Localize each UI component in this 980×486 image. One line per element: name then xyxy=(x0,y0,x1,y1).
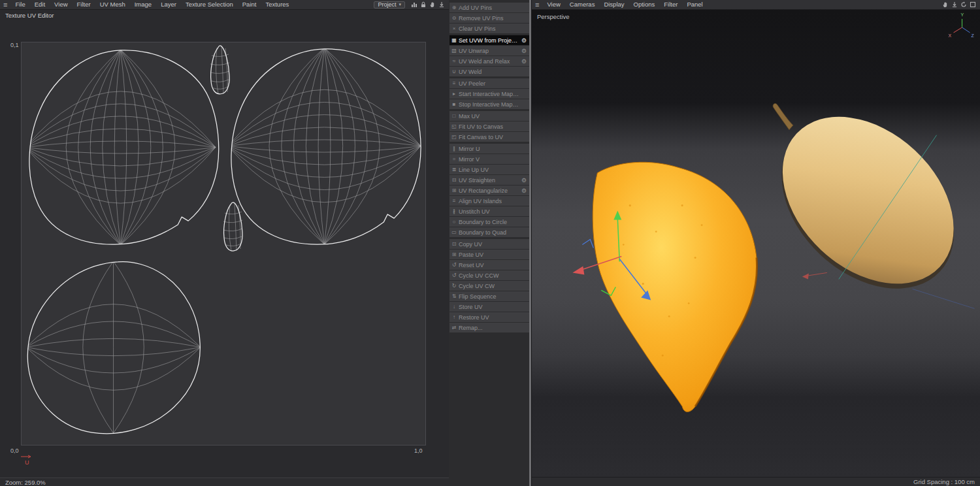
uv-command-label: UV Straighten xyxy=(459,177,520,184)
uv-command-remove-uv-pins[interactable]: ⊖ Remove UV Pins ⚙ xyxy=(449,13,529,23)
menu-texture-selection[interactable]: Texture Selection xyxy=(181,0,238,9)
peeler-icon: ≡ xyxy=(449,80,459,86)
gear-icon[interactable]: ⚙ xyxy=(520,37,529,44)
uv-command-label: Cycle UV CW xyxy=(459,283,520,289)
uv-island-left-outline[interactable] xyxy=(29,50,219,244)
uv-command-reset-uv[interactable]: ↺ Reset UV ⚙ xyxy=(449,260,529,270)
uv-command-flip-sequence[interactable]: ⇅ Flip Sequence ⚙ xyxy=(449,291,529,301)
uv-command-uv-straighten[interactable]: ⊟ UV Straighten ⚙ xyxy=(449,175,529,185)
uv-command-remap[interactable]: ⇄ Remap... ⚙ xyxy=(449,323,529,332)
uv-command-uv-weld[interactable]: ∪ UV Weld ⚙ xyxy=(449,67,529,76)
frame-icon[interactable] xyxy=(968,0,977,9)
menu-view[interactable]: View xyxy=(542,0,564,9)
uv-command-mirror-u[interactable]: ∥ Mirror U ⚙ xyxy=(449,144,529,154)
gear-icon[interactable]: ⚙ xyxy=(520,48,529,54)
menu-textures[interactable]: Textures xyxy=(261,0,293,9)
uv-command-max-uv[interactable]: □ Max UV ⚙ xyxy=(449,111,529,121)
download-icon[interactable] xyxy=(950,0,959,9)
uv-command-paste-uv[interactable]: ⊞ Paste UV ⚙ xyxy=(449,250,529,259)
boundary-circle-icon: ○ xyxy=(449,219,459,225)
uv-command-unstitch-uv[interactable]: ∦ Unstitch UV ⚙ xyxy=(449,206,529,216)
orientation-gizmo[interactable]: Y X Z xyxy=(949,12,975,38)
uv-command-uv-weld-and-relax[interactable]: ≈ UV Weld and Relax ⚙ xyxy=(449,56,529,66)
uv-command-copy-uv[interactable]: ⊡ Copy UV ⚙ xyxy=(449,239,529,249)
uv-island-stem-bottom-grid xyxy=(223,203,242,251)
viewport-camera-label[interactable]: Perspective xyxy=(537,13,570,20)
uv-command-boundary-to-circle[interactable]: ○ Boundary to Circle ⚙ xyxy=(449,217,529,227)
project-dropdown[interactable]: Project ▾ xyxy=(374,1,405,8)
whole-mango[interactable] xyxy=(747,84,980,322)
uv-editor-panel: ≡ File Edit View Filter UV Mesh Image La… xyxy=(0,0,449,486)
cut-mango[interactable] xyxy=(593,162,757,412)
menu-paint[interactable]: Paint xyxy=(238,0,261,9)
uv-command-clear-uv-pins[interactable]: × Clear UV Pins ⚙ xyxy=(449,24,529,33)
hand-icon[interactable] xyxy=(428,0,437,9)
menu-filter[interactable]: Filter xyxy=(73,0,95,9)
chart-icon[interactable] xyxy=(410,0,419,9)
cycle-ccw-icon: ↺ xyxy=(449,272,459,278)
uv-command-mirror-v[interactable]: = Mirror V ⚙ xyxy=(449,154,529,164)
uv-command-label: Store UV xyxy=(459,304,520,310)
uv-command-start-interactive-mapping[interactable]: ▸ Start Interactive Mapping ⚙ xyxy=(449,89,529,99)
gear-icon[interactable]: ⚙ xyxy=(520,177,529,184)
flip-sequence-icon: ⇅ xyxy=(449,293,459,299)
uv-canvas[interactable] xyxy=(21,42,426,446)
line-up-icon: ≣ xyxy=(449,167,459,172)
menu-icon[interactable]: ≡ xyxy=(532,0,542,9)
menu-cameras[interactable]: Cameras xyxy=(565,0,600,9)
uv-command-stop-interactive-mapping[interactable]: ■ Stop Interactive Mapping ⚙ xyxy=(449,99,529,109)
uv-island-right-outline[interactable] xyxy=(231,49,421,244)
uv-commands-panel: ⊕ Add UV Pins ⚙ ⊖ Remove UV Pins ⚙ × Cle… xyxy=(449,0,531,486)
uv-command-line-up-uv[interactable]: ≣ Line Up UV ⚙ xyxy=(449,165,529,174)
menu-filter[interactable]: Filter xyxy=(659,0,682,9)
uv-corner-0-1: 0,1 xyxy=(10,42,19,48)
gear-icon[interactable]: ⚙ xyxy=(520,58,529,65)
menu-display[interactable]: Display xyxy=(599,0,629,9)
hand-icon[interactable] xyxy=(941,0,950,9)
unwrap-icon: ▧ xyxy=(449,48,459,54)
max-uv-icon: □ xyxy=(449,113,459,119)
menu-panel[interactable]: Panel xyxy=(682,0,707,9)
download-icon[interactable] xyxy=(437,0,446,9)
uv-editor-menubar: ≡ File Edit View Filter UV Mesh Image La… xyxy=(0,0,449,10)
weld-icon: ∪ xyxy=(449,69,459,74)
menu-image[interactable]: Image xyxy=(130,0,156,9)
uv-command-fit-canvas-to-uv[interactable]: ◰ Fit Canvas to UV ⚙ xyxy=(449,132,529,142)
weld-relax-icon: ≈ xyxy=(449,58,459,64)
uv-command-uv-peeler[interactable]: ≡ UV Peeler ⚙ xyxy=(449,78,529,88)
uv-command-cycle-uv-cw[interactable]: ↻ Cycle UV CW ⚙ xyxy=(449,281,529,291)
reset-icon: ↺ xyxy=(449,262,459,268)
gizmo-x-label: X xyxy=(949,33,952,38)
uv-command-align-uv-islands[interactable]: ≡ Align UV Islands ⚙ xyxy=(449,196,529,206)
menu-layer[interactable]: Layer xyxy=(156,0,181,9)
uv-command-label: Stop Interactive Mapping xyxy=(459,101,520,108)
uv-command-store-uv[interactable]: ↓ Store UV ⚙ xyxy=(449,302,529,312)
lock-icon[interactable] xyxy=(419,0,428,9)
uv-command-uv-unwrap[interactable]: ▧ UV Unwrap ⚙ xyxy=(449,46,529,56)
uv-command-fit-uv-to-canvas[interactable]: ◱ Fit UV to Canvas ⚙ xyxy=(449,122,529,131)
uv-command-boundary-to-quad[interactable]: ▭ Boundary to Quad ⚙ xyxy=(449,227,529,237)
menu-options[interactable]: Options xyxy=(629,0,660,9)
uv-command-label: Align UV Islands xyxy=(459,198,520,204)
gear-icon[interactable]: ⚙ xyxy=(520,187,529,194)
menu-view[interactable]: View xyxy=(50,0,72,9)
uv-command-set-uvw-from-projection[interactable]: ▦ Set UVW from Projection ⚙ xyxy=(449,35,529,45)
uv-command-uv-rectangularize[interactable]: ⊞ UV Rectangularize ⚙ xyxy=(449,186,529,195)
refresh-icon[interactable] xyxy=(959,0,968,9)
uv-island-stem-bottom-outline[interactable] xyxy=(224,202,242,251)
menu-file[interactable]: File xyxy=(10,0,29,9)
uv-command-add-uv-pins[interactable]: ⊕ Add UV Pins ⚙ xyxy=(449,3,529,12)
align-islands-icon: ≡ xyxy=(449,198,459,204)
uv-island-bottom-outline[interactable] xyxy=(27,262,200,434)
uv-island-stem-top-outline[interactable] xyxy=(211,46,229,94)
uv-command-restore-uv[interactable]: ↑ Restore UV ⚙ xyxy=(449,312,529,322)
uv-command-label: Add UV Pins xyxy=(459,5,520,11)
uv-command-cycle-uv-ccw[interactable]: ↺ Cycle UV CCW ⚙ xyxy=(449,270,529,280)
uv-command-label: Unstitch UV xyxy=(459,208,520,215)
3d-viewport[interactable]: Y X Z Perspective xyxy=(532,10,980,477)
paste-icon: ⊞ xyxy=(449,251,459,257)
menu-icon[interactable]: ≡ xyxy=(0,0,10,9)
menu-edit[interactable]: Edit xyxy=(30,0,50,9)
uv-command-label: Max UV xyxy=(459,113,520,120)
menu-uv-mesh[interactable]: UV Mesh xyxy=(95,0,130,9)
